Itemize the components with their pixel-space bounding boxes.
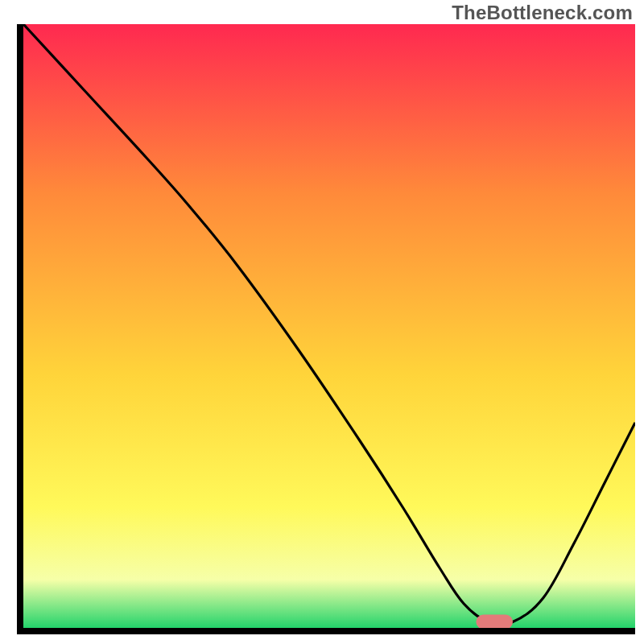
plot-frame bbox=[17, 24, 635, 634]
optimal-marker bbox=[23, 24, 635, 628]
chart-container: TheBottleneck.com bbox=[0, 0, 644, 644]
plot-area bbox=[23, 24, 635, 628]
watermark-text: TheBottleneck.com bbox=[452, 2, 633, 24]
svg-rect-1 bbox=[476, 615, 513, 629]
